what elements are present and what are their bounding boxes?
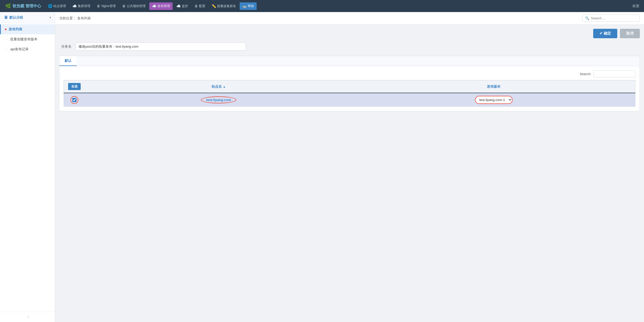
nav-config-label: 配置 — [199, 4, 205, 8]
col-header-publish-version: 发布版本 — [353, 80, 635, 93]
search-input[interactable] — [591, 16, 633, 20]
confirm-button[interactable]: ✔ 确定 — [593, 29, 617, 38]
active-dot-icon — [5, 29, 7, 30]
nav-batch-rename-label: 批量改集群名 — [217, 4, 236, 8]
sidebar-menu: 发布列表 - - 批量创建发布版本 - - api发布记录 — [0, 23, 55, 312]
nav-monitor[interactable]: ☁️ 监控 — [174, 2, 191, 10]
select-all-button[interactable]: 全选 — [68, 83, 81, 90]
sidebar-item-publish-list[interactable]: 发布列表 — [0, 24, 55, 34]
select-all-label: 全选 — [71, 85, 78, 88]
search-icon: 🔍 — [585, 16, 589, 20]
breadcrumb-current: 发布列表 — [77, 16, 91, 20]
nav-cluster-mgmt[interactable]: ☁️ 集群管理 — [70, 2, 93, 10]
nav-help-label: 帮助 — [248, 4, 254, 8]
publish-mgmt-icon: ☁️ — [152, 4, 156, 8]
chevron-down-icon: ▾ — [49, 16, 51, 19]
app-logo: 🌿 软负载 管理中心 — [2, 3, 44, 9]
nav-help[interactable]: 🚌 帮助 — [240, 2, 257, 10]
monitor-icon: ☁️ — [176, 4, 181, 8]
dash-icon-2: - - — [5, 48, 8, 51]
main-layout: 🖥 默认分组 ▾ 发布列表 - - 批量创建发布版本 - - api发布记录 《 — [0, 12, 644, 322]
nav-batch-rename[interactable]: ✏️ 批量改集群名 — [209, 2, 239, 10]
nav-config[interactable]: 🖥 配置 — [192, 2, 208, 10]
dash-icon: - - — [5, 38, 8, 41]
table-row: test.liyang.com test.liyang.com-1 test.l… — [64, 93, 635, 107]
monitor-group-icon: 🖥 — [4, 15, 8, 20]
help-icon: 🚌 — [242, 4, 247, 8]
site-name-sort[interactable]: 站点名 ▲ — [212, 84, 226, 89]
sidebar-item-batch-publish-label: 批量创建发布版本 — [10, 37, 37, 42]
table-search-label: Search: — [580, 72, 591, 76]
task-name-row: 任务名 — [59, 42, 640, 51]
version-cell: test.liyang.com-1 test.liyang.com-2 test… — [356, 96, 632, 104]
tab-default-label: 默认 — [65, 59, 71, 63]
confirm-button-label: ✔ 确定 — [599, 31, 611, 36]
checkbox-cell — [67, 96, 82, 104]
cell-select — [64, 93, 85, 107]
sidebar-item-api-publish-label: api发布记录 — [10, 47, 28, 52]
app-title: 软负载 管理中心 — [13, 4, 41, 9]
sidebar-item-api-publish[interactable]: - - api发布记录 — [0, 44, 55, 54]
version-select[interactable]: test.liyang.com-1 test.liyang.com-2 test… — [476, 96, 512, 103]
sort-asc-icon: ▲ — [223, 85, 226, 88]
nav-site-mgmt-label: 站点管理 — [53, 4, 66, 8]
nav-monitor-label: 监控 — [182, 4, 188, 8]
breadcrumb-prefix: 当前位置： — [59, 16, 76, 20]
rule-mgmt-icon: 🖥 — [122, 4, 126, 8]
sidebar-header[interactable]: 🖥 默认分组 ▾ — [0, 12, 55, 23]
top-navigation: 🌿 软负载 管理中心 🌐 站点管理 ☁️ 集群管理 🖥 Nginx管理 🖥 公共… — [0, 0, 644, 12]
search-box[interactable]: 🔍 — [582, 15, 640, 22]
main-content: 当前位置： 发布列表 🔍 ✔ 确定 取消 任务名 — [55, 12, 644, 322]
batch-rename-icon: ✏️ — [212, 4, 216, 8]
col-site-name-label: 站点名 — [212, 84, 222, 89]
nav-publish-mgmt-label: 发布管理 — [157, 4, 170, 8]
tab-default[interactable]: 默认 — [59, 56, 77, 66]
cell-site-name: test.liyang.com — [85, 93, 353, 107]
nginx-mgmt-icon: 🖥 — [97, 4, 100, 8]
config-icon: 🖥 — [194, 4, 198, 8]
col-publish-version-label: 发布版本 — [487, 85, 500, 88]
panel-tabs: 默认 — [59, 56, 640, 66]
welcome-text: 欢迎 — [630, 4, 642, 8]
checkbox-circle-highlight — [70, 96, 78, 104]
sidebar-item-batch-publish[interactable]: - - 批量创建发布版本 — [0, 34, 55, 44]
cluster-mgmt-icon: ☁️ — [72, 4, 77, 8]
nav-rule-mgmt[interactable]: 🖥 公共规则管理 — [119, 2, 148, 10]
table-toolbar: Search: — [64, 70, 635, 77]
version-oval: test.liyang.com-1 test.liyang.com-2 test… — [475, 96, 513, 104]
action-row: ✔ 确定 取消 — [59, 29, 640, 38]
nav-rule-mgmt-label: 公共规则管理 — [127, 4, 146, 8]
site-mgmt-icon: 🌐 — [48, 4, 52, 8]
panel-body: Search: 全选 — [59, 66, 640, 111]
sidebar-item-publish-list-label: 发布列表 — [9, 27, 22, 32]
collapse-icon: 《 — [26, 315, 29, 319]
data-table: 全选 站点名 ▲ 发布版本 — [64, 80, 635, 107]
sidebar-collapse-button[interactable]: 《 — [0, 312, 55, 322]
task-name-input[interactable] — [76, 42, 246, 51]
col-header-site-name: 站点名 ▲ — [85, 80, 353, 93]
col-header-select: 全选 — [64, 80, 85, 93]
nav-cluster-mgmt-label: 集群管理 — [78, 4, 90, 8]
row-checkbox[interactable] — [72, 98, 76, 102]
nav-site-mgmt[interactable]: 🌐 站点管理 — [45, 2, 69, 10]
nav-publish-mgmt[interactable]: ☁️ 发布管理 — [149, 2, 173, 10]
sidebar: 🖥 默认分组 ▾ 发布列表 - - 批量创建发布版本 - - api发布记录 《 — [0, 12, 55, 322]
sidebar-group-label: 默认分组 — [9, 15, 23, 20]
nav-nginx-mgmt-label: Nginx管理 — [101, 4, 116, 8]
logo-icon: 🌿 — [5, 3, 11, 9]
table-search-input[interactable] — [593, 70, 635, 77]
cell-publish-version: test.liyang.com-1 test.liyang.com-2 test… — [353, 93, 635, 107]
nav-nginx-mgmt[interactable]: 🖥 Nginx管理 — [94, 2, 118, 10]
breadcrumb: 当前位置： 发布列表 — [59, 16, 91, 21]
cancel-button-label: 取消 — [626, 31, 634, 35]
panel: 默认 Search: — [59, 56, 640, 111]
sidebar-group-name: 🖥 默认分组 — [4, 15, 23, 20]
site-name-oval: test.liyang.com — [201, 96, 236, 103]
content-body: ✔ 确定 取消 任务名 默认 — [55, 25, 644, 322]
task-name-label: 任务名 — [61, 44, 71, 49]
content-header: 当前位置： 发布列表 🔍 — [55, 12, 644, 25]
cancel-button[interactable]: 取消 — [620, 29, 640, 38]
